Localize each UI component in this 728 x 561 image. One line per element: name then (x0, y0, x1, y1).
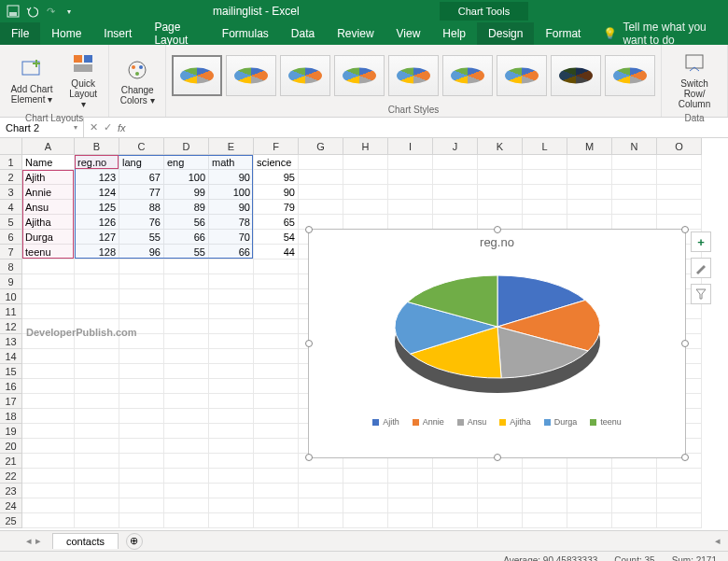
cell[interactable]: teenu (22, 245, 75, 259)
chart-object[interactable]: reg.no AjithAnnieAnsuAjithaDurgateenu + (308, 229, 686, 458)
row-header[interactable]: 18 (0, 409, 22, 424)
cell[interactable] (254, 364, 299, 379)
cell[interactable]: 67 (119, 170, 164, 185)
chart-style-3[interactable] (280, 55, 330, 96)
legend-item[interactable]: Annie (413, 417, 444, 427)
cell[interactable] (254, 274, 299, 289)
column-header[interactable]: I (388, 138, 433, 155)
qat-dropdown-icon[interactable]: ▾ (62, 4, 77, 19)
cell[interactable]: 126 (75, 215, 119, 230)
cell[interactable] (119, 304, 164, 319)
cell[interactable] (22, 289, 75, 304)
row-header[interactable]: 12 (0, 319, 22, 334)
cell[interactable] (657, 484, 702, 498)
cell[interactable] (612, 484, 657, 498)
row-header[interactable]: 7 (0, 245, 22, 259)
cell[interactable] (343, 215, 388, 230)
cell[interactable] (22, 259, 75, 274)
cell[interactable] (343, 185, 388, 200)
cell[interactable] (119, 409, 164, 424)
cell[interactable] (209, 439, 254, 454)
cell[interactable]: 96 (119, 245, 164, 259)
name-box[interactable]: Chart 2▾ (0, 118, 84, 137)
cell[interactable] (209, 349, 254, 364)
cell[interactable] (657, 498, 702, 513)
cell[interactable] (119, 513, 164, 528)
cell[interactable] (299, 200, 343, 215)
cell[interactable] (388, 170, 433, 185)
cell[interactable] (164, 513, 209, 528)
quick-layout-button[interactable]: Quick Layout ▾ (63, 49, 103, 111)
tab-data[interactable]: Data (280, 22, 326, 45)
cell[interactable] (478, 498, 523, 513)
cell[interactable] (119, 454, 164, 469)
cell[interactable] (433, 215, 478, 230)
cell[interactable]: 55 (119, 230, 164, 245)
enter-icon[interactable]: ✓ (104, 121, 112, 133)
chart-style-6[interactable] (442, 55, 493, 96)
cell[interactable] (209, 304, 254, 319)
cell[interactable] (612, 215, 657, 230)
cell[interactable] (433, 185, 478, 200)
cell[interactable] (523, 469, 567, 484)
cell[interactable] (254, 498, 299, 513)
cell[interactable] (209, 498, 254, 513)
cell[interactable] (209, 469, 254, 484)
cell[interactable] (388, 513, 433, 528)
cell[interactable]: lang (119, 155, 164, 170)
cell[interactable] (254, 394, 299, 409)
cell[interactable] (119, 274, 164, 289)
cell[interactable] (612, 200, 657, 215)
cell[interactable] (164, 274, 209, 289)
cell[interactable] (523, 155, 567, 170)
cell[interactable] (343, 200, 388, 215)
cell[interactable]: Name (22, 155, 75, 170)
column-header[interactable]: M (567, 138, 612, 155)
cell[interactable]: 66 (209, 245, 254, 259)
cell[interactable] (567, 200, 612, 215)
cell[interactable] (254, 334, 299, 349)
cell[interactable] (612, 155, 657, 170)
row-header[interactable]: 3 (0, 185, 22, 200)
cell[interactable] (22, 364, 75, 379)
cell[interactable] (75, 513, 119, 528)
cell[interactable]: 66 (164, 230, 209, 245)
cell[interactable] (119, 394, 164, 409)
cell[interactable]: 100 (209, 185, 254, 200)
cell[interactable] (164, 289, 209, 304)
cell[interactable] (254, 319, 299, 334)
cell[interactable]: 100 (164, 170, 209, 185)
cell[interactable] (164, 349, 209, 364)
row-header[interactable]: 2 (0, 170, 22, 185)
cell[interactable] (164, 319, 209, 334)
cell[interactable] (299, 170, 343, 185)
legend-item[interactable]: teenu (590, 417, 622, 427)
cell[interactable] (164, 379, 209, 394)
cell[interactable] (75, 289, 119, 304)
cell[interactable] (612, 469, 657, 484)
cell[interactable] (119, 259, 164, 274)
column-header[interactable]: E (209, 138, 254, 155)
column-header[interactable]: J (433, 138, 478, 155)
cell[interactable] (254, 349, 299, 364)
cell[interactable] (75, 484, 119, 498)
cell[interactable]: math (209, 155, 254, 170)
cell[interactable] (478, 469, 523, 484)
cell[interactable]: 95 (254, 170, 299, 185)
tab-formulas[interactable]: Formulas (211, 22, 280, 45)
cell[interactable] (388, 484, 433, 498)
cell[interactable] (75, 274, 119, 289)
cell[interactable] (388, 498, 433, 513)
cell[interactable] (209, 513, 254, 528)
cell[interactable] (567, 215, 612, 230)
cell[interactable] (22, 439, 75, 454)
cell[interactable] (657, 215, 702, 230)
row-header[interactable]: 25 (0, 513, 22, 528)
cell[interactable] (433, 200, 478, 215)
cell[interactable] (164, 424, 209, 439)
tab-file[interactable]: File (0, 22, 40, 45)
cell[interactable] (433, 469, 478, 484)
cell[interactable]: 99 (164, 185, 209, 200)
tab-help[interactable]: Help (431, 22, 477, 45)
redo-icon[interactable]: ↷ (43, 4, 58, 19)
